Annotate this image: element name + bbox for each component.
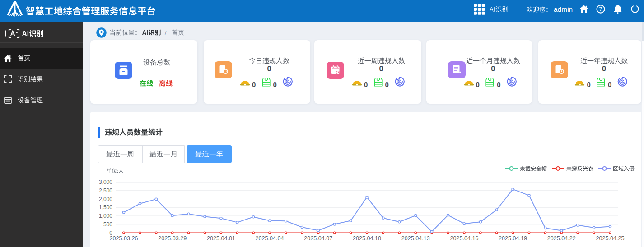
- svg-text:2025.04.13: 2025.04.13: [401, 235, 430, 242]
- svg-text:2025.03.26: 2025.03.26: [109, 235, 138, 242]
- svg-text:2025.04.04: 2025.04.04: [256, 235, 284, 242]
- svg-text:2025.03.29: 2025.03.29: [158, 235, 187, 242]
- svg-text:2,000: 2,000: [99, 196, 112, 202]
- svg-text:2025.04.16: 2025.04.16: [450, 235, 478, 242]
- svg-text:2025.04.19: 2025.04.19: [499, 235, 527, 242]
- svg-text:500: 500: [103, 221, 112, 228]
- svg-text:1,000: 1,000: [99, 213, 112, 219]
- svg-text:3,000: 3,000: [99, 179, 112, 185]
- svg-text:2025.04.10: 2025.04.10: [353, 235, 381, 242]
- svg-text:2025.04.22: 2025.04.22: [547, 235, 576, 242]
- svg-text:?: ?: [599, 6, 602, 12]
- svg-text:2,500: 2,500: [99, 188, 112, 194]
- svg-text:1,500: 1,500: [99, 204, 112, 210]
- svg-text:2025.04.07: 2025.04.07: [304, 235, 332, 242]
- svg-text:2025.04.01: 2025.04.01: [207, 235, 235, 242]
- svg-text:2025.04.25: 2025.04.25: [596, 235, 624, 242]
